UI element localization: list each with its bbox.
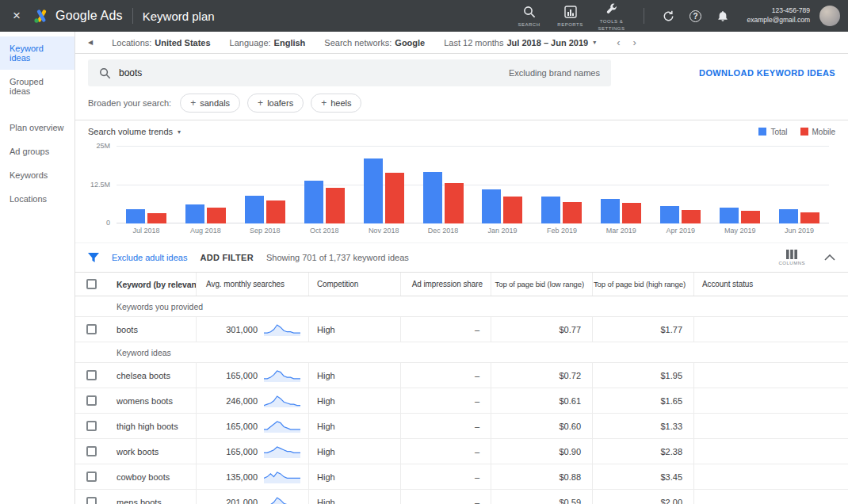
exclude-adult-ideas-link[interactable]: Exclude adult ideas [112,253,187,262]
chip-heels[interactable]: +heels [311,94,361,113]
bar-mobile-apr-2019 [682,210,701,223]
chart-title[interactable]: Search volume trends [88,127,173,136]
keyword-cell: boots [109,317,196,342]
chart-xlabels: Jul 2018Aug 2018Sep 2018Oct 2018Nov 2018… [117,227,829,239]
row-checkbox[interactable] [86,497,97,504]
bar-group-11 [710,146,770,223]
legend-mobile: Mobile [800,128,835,136]
search-row: boots Excluding brand names DOWNLOAD KEY… [75,54,848,90]
bid-high-cell: $1.65 [592,388,693,413]
refresh-icon[interactable] [657,4,681,28]
sidebar-item-grouped-ideas[interactable]: Grouped ideas [0,70,74,103]
row-checkbox[interactable] [86,395,97,406]
sidebar-item-ad-groups[interactable]: Ad groups [0,139,74,163]
legend-total: Total [758,128,787,136]
reports-button[interactable]: REPORTS [552,3,590,28]
sparkline-chart [264,445,300,459]
bar-mobile-sep-2018 [266,200,285,223]
sidebar-item-locations[interactable]: Locations [0,187,74,211]
close-icon[interactable]: × [0,0,33,32]
row-checkbox[interactable] [86,370,97,380]
topbar-actions: SEARCH REPORTS TOOLS & SETTINGS ? 123-45… [510,0,848,32]
table-row-boots: boots301,000High–$0.77$1.77 [75,317,848,342]
columns-button[interactable]: COLUMNS [778,250,805,265]
date-range-setting[interactable]: Last 12 months Jul 2018 – Jun 2019 ▾ [444,38,596,48]
competition-cell: High [308,464,400,489]
header-bid-high-range[interactable]: Top of page bid (high range) [592,273,693,296]
search-networks-label: Search networks: [324,38,392,48]
locations-setting[interactable]: Locations: United States [112,38,210,48]
select-all-checkbox[interactable] [86,279,97,289]
row-checkbox[interactable] [86,324,97,334]
chart-x-label: Aug 2018 [176,227,235,235]
keyword-search-input[interactable]: boots Excluding brand names [88,59,611,86]
row-checkbox[interactable] [86,421,97,431]
notifications-bell-icon[interactable] [711,4,735,28]
reports-icon [559,3,583,21]
legend-swatch-total [758,128,766,136]
select-all-cell [75,273,109,296]
next-period-icon[interactable]: › [633,36,636,48]
bar-total-jun-2019 [779,209,798,223]
help-icon[interactable]: ? [684,4,708,28]
header-ad-impression-share[interactable]: Ad impression share [400,273,491,296]
chart-x-label: Sep 2018 [235,227,295,235]
sparkline-chart [264,495,300,504]
sidebar-item-plan-overview[interactable]: Plan overview [0,116,74,139]
collapse-table-icon[interactable] [824,254,835,261]
chart-x-label: Jun 2019 [770,227,829,235]
chart-x-label: Oct 2018 [295,227,354,235]
header-keyword[interactable]: Keyword (by relevance)↓ [109,273,196,296]
checkbox-cell [75,388,109,413]
table-row-thigh-high-boots: thigh high boots165,000High–$0.60$1.33 [75,414,848,439]
chevron-down-icon[interactable]: ▾ [178,128,181,136]
bar-total-jul-2018 [126,209,145,223]
bid-low-cell: $0.72 [491,363,592,388]
keyword-cell: chelsea boots [109,363,196,388]
filter-funnel-icon[interactable] [88,253,99,262]
avg-monthly-searches-value: 135,000 [204,472,258,482]
bar-total-sep-2018 [245,196,264,223]
google-ads-logo[interactable]: Google Ads [33,9,123,24]
sidebar-item-keyword-ideas[interactable]: Keyword ideas [0,36,74,70]
search-networks-setting[interactable]: Search networks: Google [324,38,425,48]
chart-x-label: Dec 2018 [414,227,473,235]
header-bid-low-range[interactable]: Top of page bid (low range) [491,273,592,296]
avg-monthly-searches-value: 301,000 [204,325,258,334]
sidebar-group-divider [0,103,74,116]
language-setting[interactable]: Language: English [230,38,306,48]
search-button[interactable]: SEARCH [510,3,548,28]
download-keyword-ideas-link[interactable]: DOWNLOAD KEYWORD IDEAS [699,68,835,78]
chart-x-label: Apr 2019 [651,227,710,235]
chart-bars [117,146,829,223]
language-value: English [274,38,306,48]
topbar: × Google Ads Keyword plan SEARCH REPORTS [0,0,848,32]
tools-settings-button[interactable]: TOOLS & SETTINGS [593,0,631,32]
account-status-cell [693,414,848,438]
bar-total-oct-2018 [304,181,323,223]
prev-period-icon[interactable]: ‹ [617,36,620,48]
filter-bar: Exclude adult ideas ADD FILTER Showing 7… [75,242,848,273]
bar-mobile-jul-2018 [147,213,166,223]
wrench-icon [600,0,624,17]
topbar-divider [644,8,644,24]
chip-sandals[interactable]: +sandals [180,94,240,113]
chip-loafers[interactable]: +loafers [247,94,304,113]
competition-cell: High [308,388,400,413]
avg-monthly-searches-cell: 165,000 [196,439,308,464]
avg-monthly-searches-cell: 135,000 [196,464,308,489]
header-competition[interactable]: Competition [308,273,400,296]
sidebar-item-keywords[interactable]: Keywords [0,163,74,187]
bar-total-may-2019 [720,208,739,223]
row-checkbox[interactable] [86,472,97,482]
bar-mobile-nov-2018 [385,173,404,223]
header-account-status[interactable]: Account status [693,273,848,296]
chart-legend: Total Mobile [758,128,835,136]
row-checkbox[interactable] [86,446,97,456]
header-avg-monthly-searches[interactable]: Avg. monthly searches [196,273,308,296]
avatar[interactable] [819,6,840,26]
add-filter-button[interactable]: ADD FILTER [200,253,254,262]
y-tick: 0 [106,219,110,227]
collapse-panel-icon[interactable]: ◀ [88,39,93,46]
bar-total-apr-2019 [660,206,679,223]
